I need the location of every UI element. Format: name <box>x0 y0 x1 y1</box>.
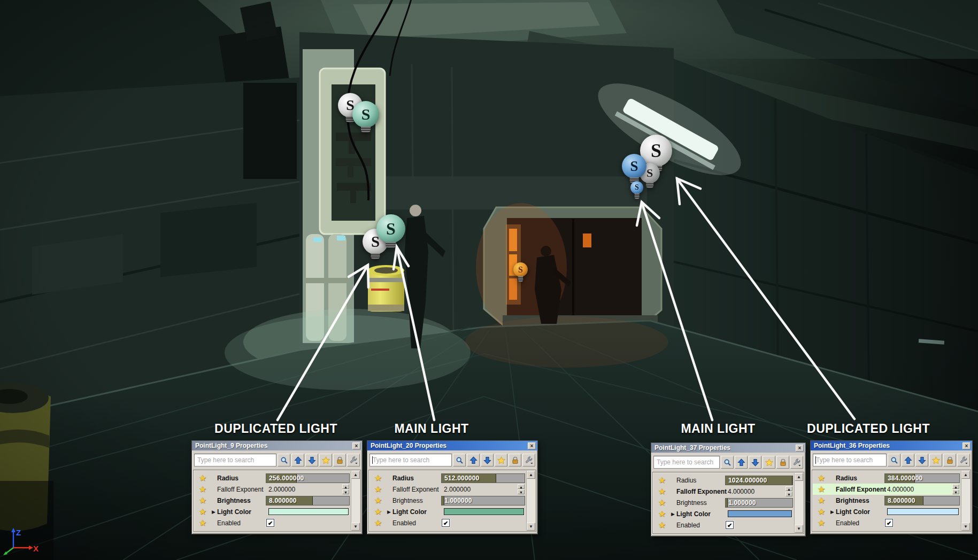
panel-titlebar[interactable]: PointLight_36 Properties× <box>811 441 972 450</box>
search-button[interactable] <box>888 454 900 466</box>
value-field[interactable]: 1.000000 <box>441 496 525 505</box>
spin-down-button[interactable]: ▼ <box>786 492 792 496</box>
search-input[interactable] <box>813 454 887 466</box>
panel-titlebar[interactable]: PointLight_20 Properties× <box>367 441 537 450</box>
spin-down-button[interactable]: ▼ <box>518 489 525 494</box>
spin-up-button[interactable]: ▲ <box>518 484 525 489</box>
scroll-down-button[interactable]: ▼ <box>961 523 970 531</box>
favorite-star-button[interactable] <box>929 454 942 466</box>
favorite-star-icon[interactable]: ★ <box>813 507 830 517</box>
favorite-star-icon[interactable]: ★ <box>813 473 830 483</box>
value-field[interactable]: 384.000000 <box>884 473 960 483</box>
favorite-star-icon[interactable]: ★ <box>653 486 671 496</box>
favorite-star-icon[interactable]: ★ <box>369 495 387 505</box>
nav-down-button[interactable] <box>749 456 761 469</box>
value-field[interactable]: 1024.000000 <box>725 476 793 485</box>
scroll-down-button[interactable]: ▼ <box>795 525 803 533</box>
lock-button[interactable] <box>776 456 789 469</box>
spin-up-button[interactable]: ▲ <box>952 484 959 489</box>
expand-arrow-icon[interactable]: ▶ <box>830 509 834 515</box>
value-text[interactable]: 4.000000 <box>725 488 754 495</box>
expand-arrow-icon[interactable]: ▶ <box>671 511 675 517</box>
search-input[interactable] <box>369 454 452 466</box>
favorite-star-button[interactable] <box>763 456 775 469</box>
search-input[interactable] <box>194 454 276 466</box>
enabled-checkbox[interactable]: ✔ <box>442 519 450 527</box>
favorite-star-icon[interactable]: ★ <box>813 495 830 505</box>
value-field[interactable]: 256.000000 <box>266 473 350 483</box>
favorite-star-icon[interactable]: ★ <box>369 507 387 517</box>
lock-button[interactable] <box>943 454 956 466</box>
favorite-star-icon[interactable]: ★ <box>194 473 211 483</box>
settings-wrench-button[interactable] <box>790 456 803 469</box>
favorite-star-button[interactable] <box>319 454 332 466</box>
light-sprite[interactable]: S <box>376 214 405 243</box>
value-text[interactable]: 2.000000 <box>441 486 471 493</box>
favorite-star-icon[interactable]: ★ <box>194 495 211 505</box>
value-text[interactable]: 2.000000 <box>266 486 295 493</box>
favorite-star-icon[interactable]: ★ <box>653 520 671 530</box>
vertical-scrollbar[interactable]: ▲▼ <box>526 471 535 531</box>
vertical-scrollbar[interactable]: ▲▼ <box>961 471 970 531</box>
nav-up-button[interactable] <box>735 456 748 469</box>
light-sprite[interactable]: S <box>352 101 379 128</box>
nav-up-button[interactable] <box>291 454 304 466</box>
scroll-up-button[interactable]: ▲ <box>351 471 360 479</box>
favorite-star-icon[interactable]: ★ <box>653 497 671 508</box>
panel-titlebar[interactable]: PointLight_9 Properties× <box>192 441 362 450</box>
favorite-star-icon[interactable]: ★ <box>194 507 211 517</box>
vertical-scrollbar[interactable]: ▲▼ <box>794 473 803 533</box>
value-field[interactable]: 512.000000 <box>441 473 525 483</box>
search-button[interactable] <box>453 454 466 466</box>
settings-wrench-button[interactable] <box>522 454 535 466</box>
value-field[interactable]: 8.000000 <box>884 496 960 505</box>
close-icon[interactable]: × <box>796 445 804 452</box>
nav-up-button[interactable] <box>467 454 480 466</box>
favorite-star-icon[interactable]: ★ <box>653 509 671 519</box>
color-swatch[interactable] <box>728 510 792 517</box>
search-button[interactable] <box>278 454 290 466</box>
settings-wrench-button[interactable] <box>347 454 360 466</box>
lock-button[interactable] <box>509 454 521 466</box>
enabled-checkbox[interactable]: ✔ <box>885 519 893 527</box>
favorite-star-icon[interactable]: ★ <box>194 484 211 494</box>
scroll-down-button[interactable]: ▼ <box>527 523 535 531</box>
light-sprite[interactable]: S <box>513 262 528 277</box>
scroll-up-button[interactable]: ▲ <box>527 471 535 479</box>
close-icon[interactable]: × <box>962 442 971 449</box>
search-input[interactable] <box>653 456 720 469</box>
favorite-star-icon[interactable]: ★ <box>813 518 830 528</box>
favorite-star-icon[interactable]: ★ <box>813 484 830 494</box>
favorite-star-button[interactable] <box>495 454 507 466</box>
value-text[interactable]: 4.000000 <box>884 486 914 493</box>
color-swatch[interactable] <box>444 508 524 515</box>
value-field[interactable]: 8.000000 <box>266 496 350 505</box>
settings-wrench-button[interactable] <box>957 454 970 466</box>
favorite-star-icon[interactable]: ★ <box>653 475 671 485</box>
nav-up-button[interactable] <box>902 454 914 466</box>
search-button[interactable] <box>721 456 734 469</box>
value-field[interactable]: 1.000000 <box>725 498 793 508</box>
spin-up-button[interactable]: ▲ <box>786 486 792 491</box>
close-icon[interactable]: × <box>528 442 536 449</box>
spin-down-button[interactable]: ▼ <box>342 489 349 494</box>
color-swatch[interactable] <box>887 508 959 515</box>
light-sprite[interactable]: S <box>630 181 643 194</box>
color-swatch[interactable] <box>268 508 349 515</box>
favorite-star-icon[interactable]: ★ <box>369 518 387 528</box>
favorite-star-icon[interactable]: ★ <box>369 484 387 494</box>
spin-up-button[interactable]: ▲ <box>342 484 349 489</box>
scroll-down-button[interactable]: ▼ <box>351 523 360 531</box>
lock-button[interactable] <box>333 454 346 466</box>
nav-down-button[interactable] <box>915 454 928 466</box>
scroll-up-button[interactable]: ▲ <box>795 473 803 481</box>
nav-down-button[interactable] <box>305 454 318 466</box>
nav-down-button[interactable] <box>481 454 494 466</box>
vertical-scrollbar[interactable]: ▲▼ <box>351 471 360 531</box>
favorite-star-icon[interactable]: ★ <box>194 518 211 528</box>
favorite-star-icon[interactable]: ★ <box>369 473 387 483</box>
enabled-checkbox[interactable]: ✔ <box>726 521 734 529</box>
enabled-checkbox[interactable]: ✔ <box>266 519 274 527</box>
expand-arrow-icon[interactable]: ▶ <box>387 509 391 515</box>
scroll-up-button[interactable]: ▲ <box>961 471 970 479</box>
